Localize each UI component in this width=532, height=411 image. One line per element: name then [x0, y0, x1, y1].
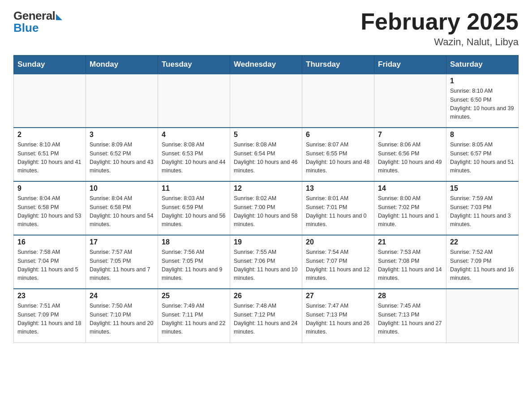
day-number: 26	[234, 292, 298, 300]
month-title: February 2025	[360, 9, 519, 34]
day-number: 10	[90, 184, 154, 193]
day-info: Sunrise: 7:45 AMSunset: 7:13 PMDaylight:…	[378, 302, 442, 337]
calendar-cell: 20Sunrise: 7:54 AMSunset: 7:07 PMDayligh…	[302, 235, 374, 289]
logo-triangle-icon	[56, 14, 62, 20]
calendar-cell: 24Sunrise: 7:50 AMSunset: 7:10 PMDayligh…	[86, 289, 158, 342]
header-row: SundayMondayTuesdayWednesdayThursdayFrid…	[14, 56, 519, 74]
day-number: 22	[450, 238, 515, 246]
calendar-cell: 11Sunrise: 8:03 AMSunset: 6:59 PMDayligh…	[158, 181, 230, 235]
calendar-cell: 25Sunrise: 7:49 AMSunset: 7:11 PMDayligh…	[158, 289, 230, 342]
day-info: Sunrise: 8:06 AMSunset: 6:56 PMDaylight:…	[378, 141, 442, 176]
day-number: 2	[17, 131, 82, 139]
day-info: Sunrise: 8:05 AMSunset: 6:57 PMDaylight:…	[450, 141, 515, 176]
day-info: Sunrise: 7:49 AMSunset: 7:11 PMDaylight:…	[162, 302, 226, 337]
logo-blue-text: Blue	[13, 21, 39, 35]
day-info: Sunrise: 8:04 AMSunset: 6:58 PMDaylight:…	[17, 194, 82, 229]
day-number: 21	[378, 238, 442, 246]
day-number: 20	[306, 238, 370, 246]
day-info: Sunrise: 8:04 AMSunset: 6:58 PMDaylight:…	[90, 194, 154, 229]
calendar-cell: 26Sunrise: 7:48 AMSunset: 7:12 PMDayligh…	[230, 289, 302, 342]
calendar-cell	[86, 74, 158, 128]
day-number: 11	[162, 184, 226, 193]
day-info: Sunrise: 7:55 AMSunset: 7:06 PMDaylight:…	[234, 248, 298, 283]
day-info: Sunrise: 7:48 AMSunset: 7:12 PMDaylight:…	[234, 302, 298, 337]
day-info: Sunrise: 7:47 AMSunset: 7:13 PMDaylight:…	[306, 302, 370, 337]
page-header: General Blue February 2025 Wazin, Nalut,…	[13, 9, 519, 48]
day-number: 27	[306, 292, 370, 300]
day-number: 28	[378, 292, 442, 300]
day-info: Sunrise: 7:52 AMSunset: 7:09 PMDaylight:…	[450, 248, 515, 283]
day-number: 4	[162, 131, 226, 139]
day-info: Sunrise: 7:53 AMSunset: 7:08 PMDaylight:…	[378, 248, 442, 283]
header-cell-wednesday: Wednesday	[230, 56, 302, 74]
day-number: 12	[234, 184, 298, 193]
calendar-cell: 12Sunrise: 8:02 AMSunset: 7:00 PMDayligh…	[230, 181, 302, 235]
header-cell-tuesday: Tuesday	[158, 56, 230, 74]
day-number: 25	[162, 292, 226, 300]
day-number: 8	[450, 131, 515, 139]
week-row-4: 16Sunrise: 7:58 AMSunset: 7:04 PMDayligh…	[14, 235, 519, 289]
calendar-cell	[14, 74, 86, 128]
day-number: 6	[306, 131, 370, 139]
calendar-cell: 5Sunrise: 8:08 AMSunset: 6:54 PMDaylight…	[230, 128, 302, 181]
calendar-cell	[302, 74, 374, 128]
day-info: Sunrise: 7:56 AMSunset: 7:05 PMDaylight:…	[162, 248, 226, 283]
day-number: 13	[306, 184, 370, 193]
calendar-cell: 27Sunrise: 7:47 AMSunset: 7:13 PMDayligh…	[302, 289, 374, 342]
day-info: Sunrise: 7:59 AMSunset: 7:03 PMDaylight:…	[450, 194, 515, 229]
calendar-cell	[446, 289, 519, 342]
day-number: 5	[234, 131, 298, 139]
day-info: Sunrise: 8:03 AMSunset: 6:59 PMDaylight:…	[162, 194, 226, 229]
calendar-cell: 7Sunrise: 8:06 AMSunset: 6:56 PMDaylight…	[374, 128, 446, 181]
calendar-cell: 3Sunrise: 8:09 AMSunset: 6:52 PMDaylight…	[86, 128, 158, 181]
calendar-cell: 9Sunrise: 8:04 AMSunset: 6:58 PMDaylight…	[14, 181, 86, 235]
day-info: Sunrise: 8:00 AMSunset: 7:02 PMDaylight:…	[378, 194, 442, 229]
day-info: Sunrise: 7:50 AMSunset: 7:10 PMDaylight:…	[90, 302, 154, 337]
calendar-body: 1Sunrise: 8:10 AMSunset: 6:50 PMDaylight…	[14, 74, 519, 342]
calendar-cell: 14Sunrise: 8:00 AMSunset: 7:02 PMDayligh…	[374, 181, 446, 235]
week-row-1: 1Sunrise: 8:10 AMSunset: 6:50 PMDaylight…	[14, 74, 519, 128]
calendar-cell: 28Sunrise: 7:45 AMSunset: 7:13 PMDayligh…	[374, 289, 446, 342]
day-info: Sunrise: 8:08 AMSunset: 6:54 PMDaylight:…	[234, 141, 298, 176]
header-cell-saturday: Saturday	[446, 56, 519, 74]
day-number: 18	[162, 238, 226, 246]
day-info: Sunrise: 8:10 AMSunset: 6:50 PMDaylight:…	[450, 87, 515, 122]
week-row-5: 23Sunrise: 7:51 AMSunset: 7:09 PMDayligh…	[14, 289, 519, 342]
calendar-cell: 8Sunrise: 8:05 AMSunset: 6:57 PMDaylight…	[446, 128, 519, 181]
calendar-cell: 23Sunrise: 7:51 AMSunset: 7:09 PMDayligh…	[14, 289, 86, 342]
header-cell-sunday: Sunday	[14, 56, 86, 74]
logo: General Blue	[13, 9, 62, 35]
week-row-3: 9Sunrise: 8:04 AMSunset: 6:58 PMDaylight…	[14, 181, 519, 235]
day-info: Sunrise: 7:57 AMSunset: 7:05 PMDaylight:…	[90, 248, 154, 283]
header-cell-thursday: Thursday	[302, 56, 374, 74]
day-number: 16	[17, 238, 82, 246]
day-number: 9	[17, 184, 82, 193]
day-info: Sunrise: 8:10 AMSunset: 6:51 PMDaylight:…	[17, 141, 82, 176]
calendar-cell: 18Sunrise: 7:56 AMSunset: 7:05 PMDayligh…	[158, 235, 230, 289]
day-number: 15	[450, 184, 515, 193]
calendar-cell	[230, 74, 302, 128]
calendar-cell: 6Sunrise: 8:07 AMSunset: 6:55 PMDaylight…	[302, 128, 374, 181]
day-number: 17	[90, 238, 154, 246]
day-number: 1	[450, 77, 515, 85]
header-cell-monday: Monday	[86, 56, 158, 74]
title-area: February 2025 Wazin, Nalut, Libya	[360, 9, 519, 48]
day-info: Sunrise: 8:08 AMSunset: 6:53 PMDaylight:…	[162, 141, 226, 176]
calendar-cell: 1Sunrise: 8:10 AMSunset: 6:50 PMDaylight…	[446, 74, 519, 128]
calendar-cell: 22Sunrise: 7:52 AMSunset: 7:09 PMDayligh…	[446, 235, 519, 289]
day-info: Sunrise: 8:02 AMSunset: 7:00 PMDaylight:…	[234, 194, 298, 229]
calendar-cell: 4Sunrise: 8:08 AMSunset: 6:53 PMDaylight…	[158, 128, 230, 181]
calendar-cell: 17Sunrise: 7:57 AMSunset: 7:05 PMDayligh…	[86, 235, 158, 289]
day-number: 23	[17, 292, 82, 300]
day-info: Sunrise: 7:54 AMSunset: 7:07 PMDaylight:…	[306, 248, 370, 283]
calendar-cell: 15Sunrise: 7:59 AMSunset: 7:03 PMDayligh…	[446, 181, 519, 235]
day-number: 7	[378, 131, 442, 139]
calendar-cell: 16Sunrise: 7:58 AMSunset: 7:04 PMDayligh…	[14, 235, 86, 289]
header-cell-friday: Friday	[374, 56, 446, 74]
calendar-cell	[158, 74, 230, 128]
calendar-table: SundayMondayTuesdayWednesdayThursdayFrid…	[13, 55, 519, 343]
day-info: Sunrise: 7:51 AMSunset: 7:09 PMDaylight:…	[17, 302, 82, 337]
week-row-2: 2Sunrise: 8:10 AMSunset: 6:51 PMDaylight…	[14, 128, 519, 181]
day-number: 19	[234, 238, 298, 246]
day-info: Sunrise: 8:09 AMSunset: 6:52 PMDaylight:…	[90, 141, 154, 176]
